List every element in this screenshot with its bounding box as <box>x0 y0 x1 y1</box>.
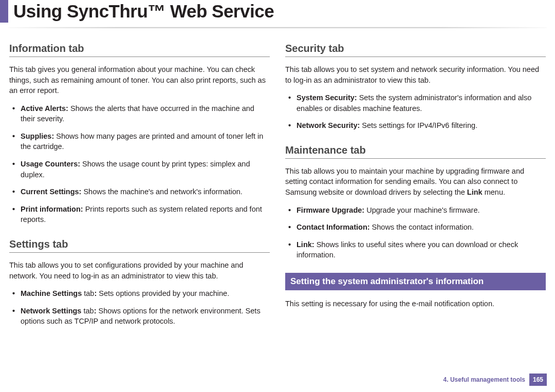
suffix: tab <box>81 307 94 315</box>
term: Print information: <box>21 205 83 213</box>
desc: Sets options provided by your machine. <box>97 289 229 297</box>
term: Firmware Upgrade: <box>297 206 364 214</box>
left-column: Information tab This tab gives you gener… <box>9 42 270 333</box>
list-item: Print information: Prints reports such a… <box>9 204 270 225</box>
term: Contact Information: <box>297 223 370 231</box>
footer-page-number: 165 <box>529 374 547 386</box>
admin-text: This setting is necessary for using the … <box>285 298 546 309</box>
list-item: Machine Settings tab: Sets options provi… <box>9 288 270 299</box>
term: Link: <box>297 240 314 249</box>
term: Current Settings: <box>21 188 81 196</box>
list-item: Firmware Upgrade: Upgrade your machine's… <box>285 205 546 216</box>
desc: Upgrade your machine's firmware. <box>364 206 479 214</box>
list-item: Contact Information: Shows the contact i… <box>285 222 546 233</box>
list-item: Link: Shows links to useful sites where … <box>285 239 546 260</box>
intro-link: Link <box>467 188 483 196</box>
security-intro: This tab allows you to set system and ne… <box>285 64 546 85</box>
desc: Shows how many pages are printed and amo… <box>21 132 263 151</box>
page-title: Using SyncThru™ Web Service <box>13 1 555 22</box>
heading-maintenance-tab: Maintenance tab <box>285 144 546 159</box>
term: Network Settings <box>21 307 81 315</box>
settings-intro: This tab allows you to set configuration… <box>9 260 270 281</box>
callout-admin-info: Setting the system administrator's infor… <box>285 273 546 290</box>
term: Supplies: <box>21 132 54 140</box>
info-intro: This tab gives you general information a… <box>9 64 270 96</box>
term: System Security: <box>297 94 357 102</box>
settings-list: Machine Settings tab: Sets options provi… <box>9 288 270 327</box>
list-item: Active Alerts: Shows the alerts that hav… <box>9 103 270 124</box>
intro-post: menu. <box>483 188 505 196</box>
maintenance-list: Firmware Upgrade: Upgrade your machine's… <box>285 205 546 260</box>
heading-settings-tab: Settings tab <box>9 238 270 253</box>
desc: Shows the contact information. <box>370 223 474 231</box>
page-footer: 4. Useful management tools 165 <box>439 374 547 386</box>
heading-security-tab: Security tab <box>285 43 546 57</box>
term: Active Alerts: <box>21 104 68 113</box>
list-item: Usage Counters: Shows the usage count by… <box>9 159 270 180</box>
list-item: Supplies: Shows how many pages are print… <box>9 131 270 152</box>
term: Network Security: <box>297 121 360 129</box>
page-title-bar: Using SyncThru™ Web Service <box>0 0 555 23</box>
desc: Shows links to useful sites where you ca… <box>297 240 518 259</box>
list-item: Network Settings tab: Shows options for … <box>9 306 270 327</box>
desc: Sets settings for IPv4/IPv6 filtering. <box>360 121 477 129</box>
content-columns: Information tab This tab gives you gener… <box>0 28 555 333</box>
heading-information-tab: Information tab <box>9 43 270 57</box>
footer-chapter: 4. Useful management tools <box>439 374 529 386</box>
list-item: Current Settings: Shows the machine's an… <box>9 186 270 197</box>
right-column: Security tab This tab allows you to set … <box>285 42 546 333</box>
list-item: System Security: Sets the system adminis… <box>285 92 546 114</box>
desc: Shows the machine's and network's inform… <box>81 188 242 196</box>
maintenance-intro: This tab allows you to maintain your mac… <box>285 166 546 198</box>
security-list: System Security: Sets the system adminis… <box>285 92 546 131</box>
term: Usage Counters: <box>21 160 80 168</box>
info-list: Active Alerts: Shows the alerts that hav… <box>9 103 270 225</box>
list-item: Network Security: Sets settings for IPv4… <box>285 120 546 131</box>
suffix: tab <box>82 289 94 297</box>
term: Machine Settings <box>21 289 82 297</box>
